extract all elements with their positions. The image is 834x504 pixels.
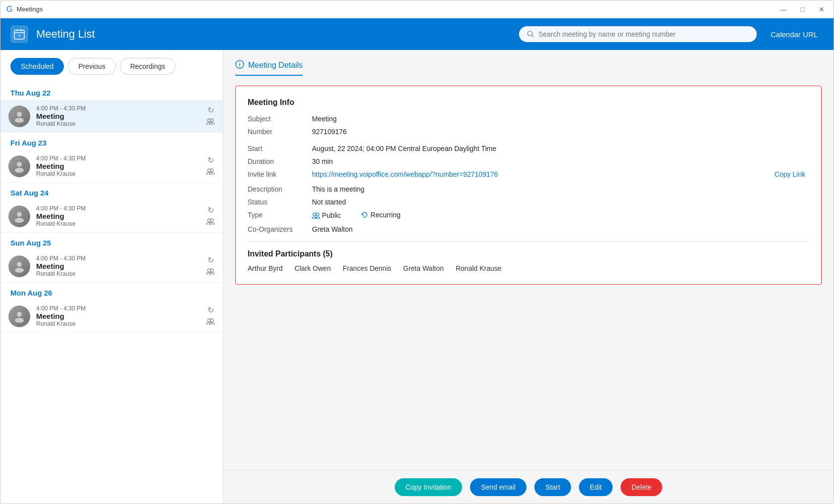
svg-point-10 <box>210 119 213 122</box>
svg-point-13 <box>17 162 22 167</box>
search-bar[interactable] <box>519 26 757 42</box>
public-badge: Public <box>312 211 341 219</box>
meeting-time-2: 4:00 PM - 4:30 PM <box>36 205 206 212</box>
calendar-url-button[interactable]: Calendar URL <box>765 26 824 43</box>
window-title: Meetings <box>16 5 43 13</box>
detail-tab-label: Meeting Details <box>248 61 303 70</box>
participants-icon-1[interactable] <box>206 168 215 177</box>
meeting-info-1: 4:00 PM - 4:30 PM Meeting Ronald Krause <box>36 155 206 177</box>
invite-label: Invite link <box>248 170 312 178</box>
status-row: Status Not started <box>248 198 809 206</box>
date-header-mon: Mon Aug 26 <box>0 283 223 300</box>
meeting-organizer-2: Ronald Krause <box>36 220 206 227</box>
search-icon <box>527 30 534 38</box>
tab-previous[interactable]: Previous <box>68 58 115 75</box>
search-input[interactable] <box>538 30 749 38</box>
participants-icon-0[interactable] <box>206 118 215 127</box>
action-bar: Copy Invitation Send email Start Edit De… <box>223 470 834 504</box>
left-panel: Scheduled Previous Recordings Thu Aug 22… <box>0 50 223 504</box>
refresh-icon-2[interactable]: ↻ <box>208 205 214 215</box>
meeting-item-3[interactable]: 4:00 PM - 4:30 PM Meeting Ronald Krause … <box>0 250 223 283</box>
svg-point-8 <box>15 118 24 123</box>
meeting-actions-2: ↻ <box>206 205 215 227</box>
svg-point-33 <box>208 319 210 322</box>
recurring-icon <box>361 211 368 219</box>
meeting-actions-0: ↻ <box>206 105 215 127</box>
number-row: Number 927109176 <box>248 128 809 136</box>
invite-link[interactable]: https://meeting.voipoffice.com/webapp/?n… <box>312 170 498 178</box>
titlebar-controls: — □ ✕ <box>777 3 828 15</box>
app-icon: G <box>6 5 12 14</box>
copy-link-button[interactable]: Copy Link <box>771 170 809 178</box>
refresh-icon-0[interactable]: ↻ <box>208 105 214 115</box>
main-content: Scheduled Previous Recordings Thu Aug 22… <box>0 50 834 504</box>
participant-2: Frances Dennis <box>343 264 391 272</box>
delete-button[interactable]: Delete <box>621 478 662 496</box>
refresh-icon-1[interactable]: ↻ <box>208 155 214 165</box>
edit-button[interactable]: Edit <box>579 478 613 496</box>
recurring-label: Recurring <box>370 211 401 219</box>
refresh-icon-3[interactable]: ↻ <box>208 255 214 265</box>
meeting-organizer-3: Ronald Krause <box>36 270 206 277</box>
svg-point-15 <box>208 169 210 172</box>
svg-point-18 <box>209 173 214 175</box>
svg-point-14 <box>15 168 24 173</box>
avatar-0 <box>8 105 30 127</box>
avatar-image-1 <box>8 155 30 177</box>
send-email-button[interactable]: Send email <box>470 478 526 496</box>
participant-0: Arthur Byrd <box>248 264 283 272</box>
meeting-organizer-1: Ronald Krause <box>36 170 206 177</box>
meeting-item-1[interactable]: 4:00 PM - 4:30 PM Meeting Ronald Krause … <box>0 150 223 183</box>
svg-point-24 <box>209 223 214 225</box>
header-title: Meeting List <box>36 28 95 41</box>
svg-point-30 <box>209 273 214 275</box>
co-organizers-row: Co-Organizers Greta Walton <box>248 225 809 233</box>
maximize-button[interactable]: □ <box>798 3 808 15</box>
status-value: Not started <box>312 198 809 206</box>
meeting-info-0: 4:00 PM - 4:30 PM Meeting Ronald Krause <box>36 105 206 127</box>
tab-scheduled[interactable]: Scheduled <box>10 58 64 75</box>
date-header-sun: Sun Aug 25 <box>0 233 223 250</box>
meeting-info-3: 4:00 PM - 4:30 PM Meeting Ronald Krause <box>36 255 206 277</box>
participants-title: Invited Participants (5) <box>248 250 809 258</box>
participants-icon-3[interactable] <box>206 268 215 277</box>
svg-line-6 <box>532 35 533 37</box>
start-row: Start August, 22 2024; 04:00 PM Central … <box>248 145 809 152</box>
meeting-organizer-4: Ronald Krause <box>36 320 206 327</box>
detail-tab[interactable]: Meeting Details <box>235 60 303 76</box>
recurring-badge: Recurring <box>361 211 401 219</box>
subject-label: Subject <box>248 115 312 123</box>
close-button[interactable]: ✕ <box>816 3 828 15</box>
svg-point-34 <box>210 319 213 322</box>
meeting-time-1: 4:00 PM - 4:30 PM <box>36 155 206 162</box>
svg-point-12 <box>209 123 214 125</box>
tab-recordings[interactable]: Recordings <box>120 58 176 75</box>
main-window: G Meetings — □ ✕ Meeting List <box>0 0 834 504</box>
svg-point-43 <box>315 217 320 219</box>
copy-invitation-button[interactable]: Copy Invitation <box>395 478 463 496</box>
svg-point-36 <box>209 323 214 325</box>
meeting-item-4[interactable]: 4:00 PM - 4:30 PM Meeting Ronald Krause … <box>0 300 223 333</box>
refresh-icon-4[interactable]: ↻ <box>208 305 214 315</box>
description-label: Description <box>248 185 312 193</box>
participant-4: Ronald Krause <box>456 264 502 272</box>
header-title-text: Meeting List <box>36 28 95 41</box>
participants-icon-2[interactable] <box>206 218 215 227</box>
start-button[interactable]: Start <box>534 478 571 496</box>
avatar-4 <box>8 305 30 327</box>
meeting-item-2[interactable]: 4:00 PM - 4:30 PM Meeting Ronald Krause … <box>0 200 223 233</box>
meeting-name-0: Meeting <box>36 112 206 120</box>
meeting-time-3: 4:00 PM - 4:30 PM <box>36 255 206 262</box>
header-logo-icon <box>10 25 28 43</box>
svg-point-31 <box>17 312 22 317</box>
svg-point-32 <box>15 318 24 323</box>
avatar-3 <box>8 255 30 277</box>
start-value: August, 22 2024; 04:00 PM Central Europe… <box>312 145 809 152</box>
duration-row: Duration 30 min <box>248 157 809 165</box>
participants-icon-4[interactable] <box>206 318 215 327</box>
svg-point-4 <box>19 35 20 37</box>
meeting-item-0[interactable]: 4:00 PM - 4:30 PM Meeting Ronald Krause … <box>0 100 223 133</box>
minimize-button[interactable]: — <box>777 3 790 15</box>
participant-1: Clark Owen <box>295 264 331 272</box>
meeting-info-2: 4:00 PM - 4:30 PM Meeting Ronald Krause <box>36 205 206 227</box>
